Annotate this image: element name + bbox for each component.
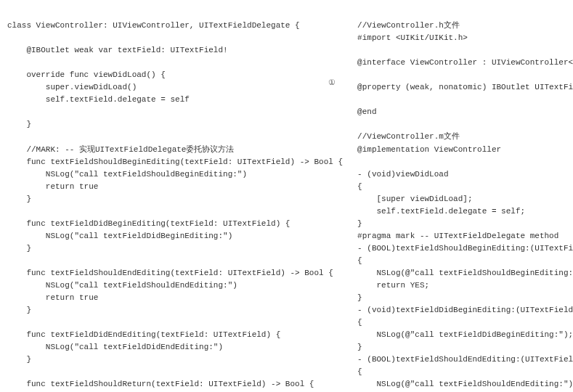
code-line: self.textField.delegate = self;: [357, 207, 525, 216]
code-line: //ViewController.m文件: [357, 132, 460, 141]
code-line: }: [357, 293, 362, 302]
code-line: NSLog("call textFieldShouldEndEditing:"): [7, 281, 237, 290]
code-line: - (BOOL)textFieldShouldEndEditing:(UITex…: [357, 355, 573, 364]
code-line: func textFieldDidEndEditing(textField: U…: [7, 330, 280, 339]
code-line: }: [7, 355, 31, 364]
code-line: {: [357, 256, 362, 265]
code-line: - (void)textFieldDidBeginEditing:(UIText…: [357, 306, 573, 314]
code-line: func textFieldShouldBeginEditing(textFie…: [7, 158, 343, 166]
code-line: NSLog(@"call textFieldDidBeginEditing:")…: [357, 330, 573, 339]
code-line: @implementation ViewController: [357, 145, 501, 154]
code-line: @property (weak, nonatomic) IBOutlet UIT…: [357, 83, 573, 91]
code-line: //MARK: -- 实现UITextFieldDelegate委托协议方法: [7, 145, 234, 154]
code-line: @interface ViewController : UIViewContro…: [357, 58, 573, 67]
code-line: return true: [7, 182, 98, 191]
code-line: }: [357, 343, 362, 351]
code-line: }: [7, 306, 31, 314]
code-line: NSLog("call textFieldDidEndEditing:"): [7, 343, 223, 351]
code-line: return YES;: [357, 281, 429, 290]
code-line: #pragma mark -- UITextFieldDelegate meth…: [357, 232, 558, 240]
code-line: - (BOOL)textFieldShouldBeginEditing:(UIT…: [357, 244, 573, 253]
code-line: }: [357, 219, 362, 228]
code-line: }: [7, 195, 31, 203]
code-line: func textFieldShouldReturn(textField: UI…: [7, 380, 314, 388]
code-line: {: [357, 182, 362, 191]
code-line: class ViewController: UIViewController, …: [7, 21, 300, 30]
code-line: }: [7, 120, 31, 128]
code-line: [super viewDidLoad];: [357, 195, 472, 203]
code-line: @IBOutlet weak var textField: UITextFiel…: [7, 46, 228, 54]
code-line: NSLog("call textFieldShouldBeginEditing:…: [7, 170, 247, 179]
code-line: override func viewDidLoad() {: [7, 70, 166, 79]
code-line: @end: [357, 107, 376, 116]
left-annotation-1: ①: [328, 77, 336, 89]
code-line: func textFieldDidBeginEditing(textField:…: [7, 219, 290, 228]
code-line: NSLog(@"call textFieldShouldEndEditing:"…: [357, 380, 573, 388]
code-line: }: [7, 244, 31, 253]
code-line: self.textField.delegate = self: [7, 95, 190, 104]
code-line: //ViewController.h文件: [357, 21, 460, 30]
code-line: {: [357, 318, 362, 327]
code-line: #import <UIKit/UIKit.h>: [357, 33, 468, 42]
code-line: func textFieldShouldEndEditing(textField…: [7, 269, 333, 277]
code-line: - (void)viewDidLoad: [357, 170, 448, 179]
objc-code-column: ①//ViewController.h文件 #import <UIKit/UIK…: [357, 7, 573, 392]
code-line: super.viewDidLoad(): [7, 83, 137, 91]
code-line: NSLog(@"call textFieldShouldBeginEditing…: [357, 269, 573, 277]
code-line: return true: [7, 293, 98, 302]
code-line: {: [357, 367, 362, 376]
swift-code-column: ①class ViewController: UIViewController,…: [7, 7, 343, 392]
code-line: NSLog("call textFieldDidBeginEditing:"): [7, 232, 232, 240]
